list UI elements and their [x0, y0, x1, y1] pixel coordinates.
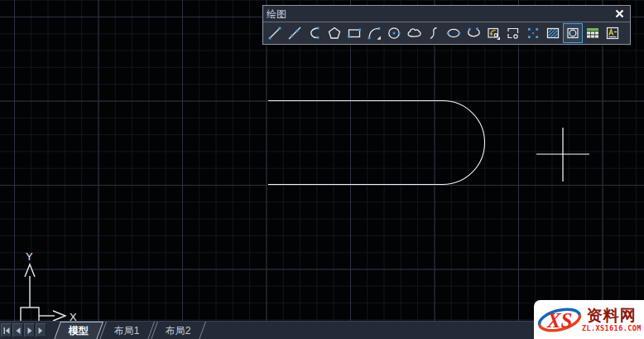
polygon-icon[interactable]: [324, 23, 344, 43]
watermark-url: ZL.XS1616.COM: [582, 324, 642, 332]
ucs-y-label: Y: [26, 250, 33, 263]
insert-block-icon[interactable]: [483, 23, 503, 43]
crosshair-cursor[interactable]: [536, 128, 589, 182]
construction-line-icon[interactable]: [285, 23, 305, 43]
xs-logo-icon: XS: [536, 303, 584, 337]
cad-application-window: Y X 绘图: [0, 0, 644, 339]
ucs-icon: Y X: [21, 250, 77, 323]
spline-icon[interactable]: [424, 23, 444, 43]
rectangle-icon[interactable]: [344, 23, 364, 43]
tab-model[interactable]: 模型: [54, 322, 103, 339]
polyline-icon[interactable]: [305, 23, 324, 43]
mtext-icon[interactable]: [603, 23, 622, 43]
table-icon[interactable]: [583, 23, 603, 43]
ellipse-icon[interactable]: [444, 23, 464, 43]
tab-layout2[interactable]: 布局2: [151, 322, 206, 339]
draw-toolbar-buttons: [263, 22, 630, 44]
draw-toolbar-title: 绘图: [267, 6, 286, 22]
xs-logo-text: XS: [546, 309, 573, 332]
drawing-canvas[interactable]: Y X: [0, 0, 644, 339]
draw-toolbar-titlebar[interactable]: 绘图: [263, 6, 630, 22]
arc-icon[interactable]: [364, 23, 384, 43]
watermark-text: 资料网 ZL.XS1616.COM: [582, 308, 642, 332]
slot-polyline-shape[interactable]: [268, 101, 485, 185]
tab-layout2-label: 布局2: [166, 323, 191, 337]
revision-cloud-icon[interactable]: [404, 23, 424, 43]
circle-icon[interactable]: [384, 23, 404, 43]
point-icon[interactable]: [523, 23, 543, 43]
watermark-site-name: 资料网: [587, 308, 637, 324]
tab-layout1-label: 布局1: [114, 323, 140, 337]
tab-strip: 模型 布局1 布局2: [55, 322, 202, 339]
line-icon[interactable]: [265, 23, 285, 43]
first-tab-button[interactable]: [1, 323, 12, 337]
ellipse-arc-icon[interactable]: [464, 23, 483, 43]
last-tab-button[interactable]: [36, 323, 46, 337]
make-block-icon[interactable]: [503, 23, 523, 43]
draw-toolbar-panel[interactable]: 绘图: [262, 5, 631, 45]
watermark: XS 资料网 ZL.XS1616.COM: [534, 300, 644, 339]
hatch-icon[interactable]: [543, 23, 563, 43]
next-tab-button[interactable]: [24, 323, 35, 337]
close-icon[interactable]: [613, 8, 625, 20]
gradient-icon[interactable]: [563, 23, 583, 43]
previous-tab-button[interactable]: [12, 323, 23, 337]
tab-model-label: 模型: [69, 324, 89, 338]
tab-layout1[interactable]: 布局1: [99, 322, 155, 339]
